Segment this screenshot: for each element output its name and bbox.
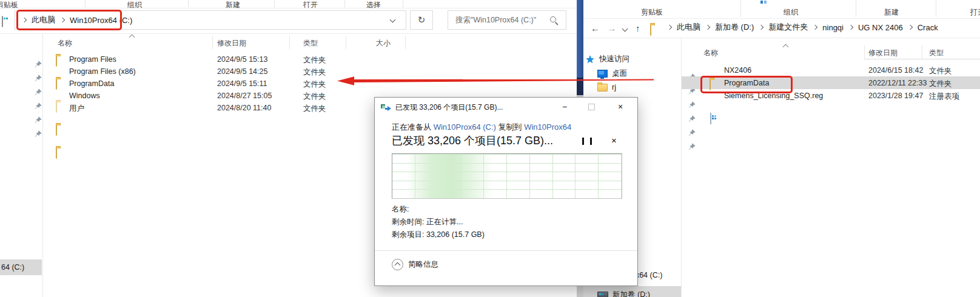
- copy-progress-dialog: 已发现 33,206 个项目(15.7 GB)... − × 正在准备从 Win…: [374, 97, 638, 286]
- ribbon-group-new: 新建: [884, 7, 899, 15]
- sidebar-item-quick-access[interactable]: 快速访问: [585, 54, 629, 64]
- file-type: 文件夹: [929, 66, 952, 76]
- column-header-modified[interactable]: 修改日期: [217, 38, 246, 48]
- background-strip-navy: [577, 78, 583, 95]
- file-type: 文件夹: [929, 79, 952, 89]
- column-header-type[interactable]: 类型: [303, 38, 318, 48]
- search-box[interactable]: 搜索"Win10Prox64 (C:)": [448, 10, 566, 30]
- detail-time-line: 剩余时间: 正在计算...: [392, 217, 463, 227]
- fewer-details-toggle[interactable]: 简略信息: [392, 259, 438, 270]
- pin-icon: [35, 102, 42, 110]
- address-dropdown-icon[interactable]: [390, 17, 396, 23]
- toolbar-bottom-border: [583, 38, 980, 38]
- file-type: 文件夹: [303, 92, 326, 102]
- screenshot-stage: 剪贴板 组织 新建 打开 选择 此电脑 Win10Prox64 (C:) ↻ 搜…: [0, 0, 980, 297]
- file-name: ProgramData: [69, 79, 114, 88]
- breadcrumb-chevron-icon: [705, 25, 710, 30]
- file-type: 文件夹: [303, 79, 326, 90]
- ribbon-group-clipboard: 剪贴板: [0, 0, 18, 7]
- ribbon-group-organize: 组织: [127, 0, 142, 7]
- annotation-box-programdata: [700, 76, 793, 93]
- search-icon[interactable]: [550, 16, 556, 22]
- minimize-button[interactable]: −: [554, 98, 575, 116]
- back-button[interactable]: ←: [591, 23, 600, 33]
- sort-ascending-icon: [783, 44, 789, 50]
- ribbon-group-select: 选择: [366, 0, 381, 7]
- ribbon-group-clipboard: 剪贴板: [641, 7, 663, 15]
- sidebar-item-drive-d-partial[interactable]: 新加卷 (D:): [583, 286, 681, 297]
- file-modified: 2022/12/11 22:33: [868, 79, 927, 87]
- pin-icon: [35, 61, 42, 68]
- breadcrumb-crack[interactable]: Crack: [918, 23, 938, 32]
- ribbon-separator: [85, 0, 86, 7]
- navpane-item-drive-c-partial[interactable]: 64 (C:): [0, 259, 42, 275]
- sidebar-item-desktop[interactable]: 桌面: [597, 68, 627, 79]
- pin-icon: [688, 115, 696, 122]
- sidebar-item-rj[interactable]: rj: [597, 83, 616, 92]
- table-row[interactable]: 用户 2024/8/20 11:40 文件夹: [0, 44, 577, 55]
- status-source-link: Win10Prox64 (C:): [434, 122, 496, 132]
- pause-button[interactable]: [582, 138, 592, 145]
- column-separator: [212, 36, 213, 49]
- column-header-name[interactable]: 名称: [703, 48, 718, 58]
- folder-icon: [56, 78, 57, 90]
- location-drive-icon: [2, 16, 3, 27]
- breadcrumb-drive-d[interactable]: 新加卷 (D:): [715, 22, 754, 33]
- file-modified: 2024/8/20 11:40: [217, 104, 271, 112]
- column-separator: [289, 36, 290, 49]
- column-header-size[interactable]: 大小: [376, 38, 391, 48]
- breadcrumb-chevron-icon: [759, 25, 764, 30]
- folder-icon: [597, 84, 608, 92]
- ribbon-separator: [403, 0, 403, 7]
- column-separator: [405, 36, 406, 49]
- column-header-modified[interactable]: 修改日期: [868, 48, 898, 58]
- background-strip-blue: [577, 0, 583, 78]
- breadcrumb-ug-nx-2406[interactable]: UG NX 2406: [858, 23, 903, 32]
- file-modified: 2024/9/5 15:11: [217, 79, 267, 88]
- copy-status-line: 正在准备从 Win10Prox64 (C:) 复制到 Win10Prox64: [392, 122, 571, 133]
- forward-button[interactable]: →: [607, 23, 616, 33]
- file-type: 文件夹: [303, 104, 326, 114]
- table-row[interactable]: Windows 2024/8/27 15:05 文件夹: [0, 33, 577, 44]
- file-type: 注册表项: [929, 92, 959, 102]
- ribbon-icon-fragment: [760, 1, 763, 4]
- ribbon-separator: [344, 0, 345, 7]
- column-header-border: [922, 59, 980, 59]
- maximize-button[interactable]: [581, 98, 602, 116]
- file-name: Program Files (x86): [69, 67, 136, 76]
- column-header-name[interactable]: 名称: [58, 38, 72, 48]
- status-middle: 复制到: [498, 122, 522, 132]
- close-button[interactable]: ×: [610, 98, 631, 116]
- pin-icon: [688, 101, 696, 108]
- copy-headline: 已发现 33,206 个项目(15.7 GB)...: [392, 133, 553, 148]
- folder-icon: [56, 55, 57, 67]
- breadcrumb-new-folder[interactable]: 新建文件夹: [768, 22, 808, 33]
- ribbon-separator: [740, 0, 741, 17]
- breadcrumb-chevron-icon: [848, 25, 853, 30]
- column-header-type[interactable]: 类型: [929, 48, 944, 58]
- file-name: Program Files: [69, 55, 116, 64]
- collapse-circle-icon: [392, 259, 403, 270]
- ribbon-group-open: 打开: [303, 0, 318, 7]
- address-folder-icon: [650, 24, 651, 36]
- cancel-button[interactable]: ×: [611, 135, 617, 145]
- column-separator: [346, 36, 346, 49]
- dialog-title: 已发现 33,206 个项目(15.7 GB)...: [395, 102, 503, 113]
- breadcrumb-this-pc[interactable]: 此电脑: [677, 22, 700, 33]
- breadcrumb-chevron-icon: [907, 25, 912, 30]
- navpane-separator: [42, 33, 43, 297]
- sidebar-item-label: rj: [612, 83, 616, 92]
- address-bar[interactable]: 此电脑 新加卷 (D:) 新建文件夹 ningqi UG NX 2406 Cra…: [662, 22, 938, 33]
- desktop-icon: [597, 70, 608, 78]
- refresh-icon: ↻: [418, 15, 426, 25]
- explorer-window-right: 剪贴板 组织 新建 打开 ← → ↑ 此电脑 新加卷 (D:) 新建文件夹 ni…: [583, 0, 980, 297]
- search-placeholder: 搜索"Win10Prox64 (C:)": [455, 15, 536, 25]
- status-destination-link: Win10Prox64: [524, 122, 571, 132]
- refresh-button[interactable]: ↻: [410, 10, 433, 30]
- detail-items-label: 剩余项目:: [392, 230, 424, 239]
- pin-icon: [688, 143, 696, 150]
- file-type: 文件夹: [303, 67, 326, 78]
- file-modified: 2024/6/15 18:42: [868, 66, 923, 75]
- breadcrumb-ningqi[interactable]: ningqi: [822, 23, 844, 32]
- up-button[interactable]: ↑: [636, 23, 640, 33]
